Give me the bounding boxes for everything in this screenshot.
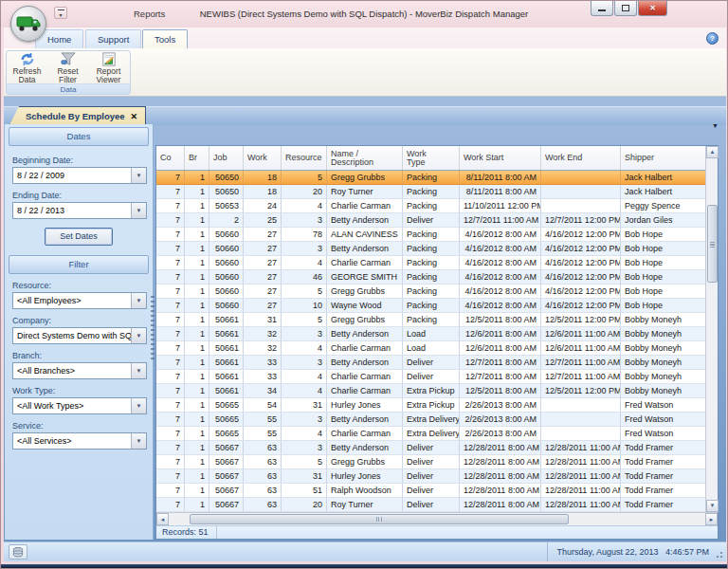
sidebar-splitter[interactable] xyxy=(151,296,155,362)
minimize-button[interactable] xyxy=(591,1,613,16)
filter-dropdown-branch[interactable]: <All Branches>▼ xyxy=(12,362,147,379)
tab-support[interactable]: Support xyxy=(85,29,141,48)
column-header-br[interactable]: Br xyxy=(185,146,209,171)
beginning-date-field[interactable]: 8 / 22 / 2009 ▼ xyxy=(12,167,147,184)
database-status-button[interactable] xyxy=(9,544,27,560)
cell-co: 7 xyxy=(156,427,185,441)
truck-icon xyxy=(16,15,41,32)
cell-br: 1 xyxy=(185,341,209,356)
chevron-down-icon[interactable]: ▼ xyxy=(131,398,146,413)
cell-work-start: 2/26/2013 8:00 AM xyxy=(460,398,541,413)
table-row[interactable]: 71506501820Roy TurnerPacking8/11/2011 8:… xyxy=(156,185,708,199)
cell-resource: 4 xyxy=(282,341,327,356)
maximize-button[interactable] xyxy=(614,1,637,16)
cell-shipper: Bobby Moneyh xyxy=(621,370,708,384)
scroll-down-icon[interactable]: ▼ xyxy=(706,500,719,512)
cell-shipper: Todd Framer xyxy=(621,441,708,455)
scroll-up-icon[interactable]: ▲ xyxy=(706,146,719,158)
close-button[interactable]: ✕ xyxy=(638,1,667,16)
table-row[interactable]: 71506602746GEORGE SMITHPacking4/16/2012 … xyxy=(156,270,708,284)
cell-work-end: 4/16/2012 12:00 PM xyxy=(541,242,621,256)
table-row[interactable]: 7150665553Betty AndersonExtra Delivery2/… xyxy=(156,413,708,427)
set-dates-button[interactable]: Set Dates xyxy=(45,228,113,246)
column-header-work-end[interactable]: Work End xyxy=(541,146,621,171)
dates-panel-header[interactable]: Dates xyxy=(9,127,149,146)
reset-filter-button[interactable]: Reset Filter xyxy=(47,51,88,83)
table-row[interactable]: 712253Betty AndersonDeliver12/7/2011 11:… xyxy=(156,213,708,228)
help-button[interactable]: ? xyxy=(706,32,719,45)
table-row[interactable]: 71506602778ALAN CAVINESSPacking4/16/2012… xyxy=(156,228,708,242)
chevron-down-icon[interactable]: ▼ xyxy=(131,328,146,343)
cell-resource: 20 xyxy=(282,498,327,512)
table-row[interactable]: 71506655431Hurley JonesExtra Pickup2/26/… xyxy=(156,398,708,413)
column-header-resource[interactable]: Resource xyxy=(282,146,327,171)
scroll-left-icon[interactable]: ◄ xyxy=(156,513,169,525)
column-header-work[interactable]: Work xyxy=(244,146,282,171)
table-row[interactable]: 7150667633Betty AndersonDeliver12/28/201… xyxy=(156,441,708,455)
cell-resource: 31 xyxy=(282,469,327,484)
horizontal-scrollbar[interactable]: ◄ ► xyxy=(156,512,718,525)
column-header-work-start[interactable]: Work Start xyxy=(460,146,541,171)
column-header-co[interactable]: Co xyxy=(156,146,185,171)
filter-dropdown-company[interactable]: Direct Systems Demo with SQL D▼ xyxy=(12,327,147,344)
button-label: Report Viewer xyxy=(88,67,129,83)
table-row[interactable]: 71506676351Ralph WoodsonDeliver12/28/201… xyxy=(156,484,708,498)
cell-shipper: Bob Hope xyxy=(621,256,708,270)
cell-name-description: Roy Turner xyxy=(327,185,403,199)
document-tab-schedule-by-employee[interactable]: Schedule By Employee ✕ xyxy=(9,106,146,125)
report-viewer-button[interactable]: Report Viewer xyxy=(88,51,129,83)
column-header-name-description[interactable]: Name / Description xyxy=(327,146,403,171)
application-menu-button[interactable] xyxy=(10,6,46,42)
resize-grip[interactable] xyxy=(714,549,723,559)
table-row[interactable]: 71506676320Roy TurnerDeliver12/28/2011 8… xyxy=(156,498,708,512)
horizontal-scrollbar-thumb[interactable] xyxy=(190,514,569,524)
table-row[interactable]: 7150661324Charlie CarmanLoad12/6/2011 8:… xyxy=(156,341,708,356)
table-row[interactable]: 7150665554Charlie CarmanExtra Delivery2/… xyxy=(156,427,708,441)
cell-shipper: Fred Watson xyxy=(621,427,708,441)
table-row[interactable]: 7150660273Betty AndersonPacking4/16/2012… xyxy=(156,242,708,256)
cell-br: 1 xyxy=(185,441,209,455)
cell-resource: 5 xyxy=(282,313,327,327)
table-row[interactable]: 7150661315Gregg GrubbsPacking12/5/2011 8… xyxy=(156,313,708,327)
table-row[interactable]: 71506676331Hurley JonesDeliver12/28/2011… xyxy=(156,469,708,484)
table-row[interactable]: 7150650185Gregg GrubbsPacking8/11/2011 8… xyxy=(156,171,708,185)
table-row[interactable]: 7150661334Charlie CarmanDeliver12/7/2011… xyxy=(156,370,708,384)
chevron-down-icon[interactable]: ▼ xyxy=(131,293,146,308)
cell-resource: 51 xyxy=(282,484,327,498)
refresh-data-button[interactable]: Refresh Data xyxy=(7,51,47,83)
chevron-down-icon[interactable]: ▼ xyxy=(131,168,146,183)
vertical-scrollbar[interactable]: ▲ ▼ xyxy=(705,146,718,512)
column-header-job[interactable]: Job xyxy=(209,146,244,171)
table-row[interactable]: 7150660274Charlie CarmanPacking4/16/2012… xyxy=(156,256,708,270)
tab-list-icon[interactable]: ▼ xyxy=(712,122,719,129)
tab-tools[interactable]: Tools xyxy=(142,29,188,48)
cell-work-end: 12/5/2011 12:00 PM xyxy=(541,384,621,398)
table-row[interactable]: 7150661323Betty AndersonLoad12/6/2011 8:… xyxy=(156,327,708,341)
filter-dropdown-service[interactable]: <All Services>▼ xyxy=(12,432,147,450)
table-row[interactable]: 71506602710Wayne WoodPacking4/16/2012 8:… xyxy=(156,299,708,313)
ending-date-field[interactable]: 8 / 22 / 2013 ▼ xyxy=(12,202,147,219)
cell-resource: 78 xyxy=(282,228,327,242)
vertical-scrollbar-thumb[interactable] xyxy=(707,205,718,283)
table-row[interactable]: 7150661333Betty AndersonDeliver12/7/2011… xyxy=(156,356,708,370)
filter-panel-header[interactable]: Filter xyxy=(9,255,149,274)
cell-br: 1 xyxy=(185,427,209,441)
chevron-down-icon[interactable]: ▼ xyxy=(131,363,146,378)
chevron-down-icon[interactable]: ▼ xyxy=(131,433,146,449)
column-header-work-type[interactable]: Work Type xyxy=(403,146,460,171)
close-tab-icon[interactable]: ✕ xyxy=(131,112,138,121)
filter-dropdown-work-type[interactable]: <All Work Types>▼ xyxy=(12,397,147,414)
cell-br: 1 xyxy=(185,228,209,242)
cell-resource: 31 xyxy=(282,398,327,413)
chevron-down-icon[interactable]: ▼ xyxy=(131,203,146,218)
table-row[interactable]: 7150660275Gregg GrubbsPacking4/16/2012 8… xyxy=(156,284,708,299)
table-row[interactable]: 7150661344Charlie CarmanExtra Pickup12/5… xyxy=(156,384,708,398)
quick-access-dropdown-button[interactable]: ▾ xyxy=(54,7,67,19)
scroll-right-icon[interactable]: ► xyxy=(705,513,718,525)
cell-work: 33 xyxy=(244,370,282,384)
cell-co: 7 xyxy=(156,284,185,299)
column-header-shipper[interactable]: Shipper xyxy=(621,146,708,171)
table-row[interactable]: 7150667635Gregg GrubbsDeliver12/28/2011 … xyxy=(156,455,708,469)
table-row[interactable]: 7150653244Charlie CarmanPacking11/10/201… xyxy=(156,199,708,213)
filter-dropdown-resource[interactable]: <All Employees>▼ xyxy=(12,292,147,309)
